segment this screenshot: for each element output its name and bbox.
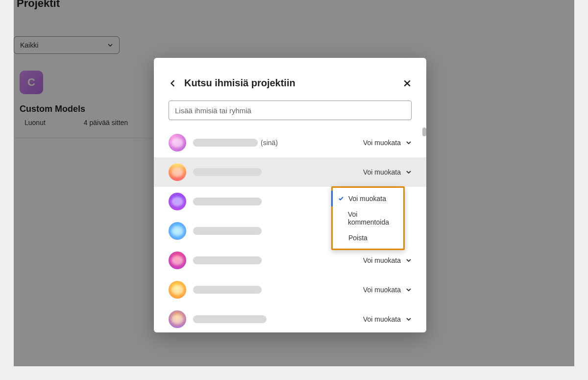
role-label: Voi muokata: [363, 286, 401, 294]
dropdown-item[interactable]: Poista: [333, 230, 403, 246]
person-name: [193, 315, 356, 323]
role-select[interactable]: Voi muokata: [363, 315, 412, 323]
name-redacted: [193, 256, 262, 264]
dropdown-item-label: Poista: [348, 234, 368, 242]
name-redacted: [193, 286, 262, 294]
name-redacted: [193, 139, 258, 147]
add-people-input[interactable]: Lisää ihmisiä tai ryhmiä: [169, 101, 412, 120]
name-redacted: [193, 227, 262, 235]
chevron-down-icon: [406, 287, 412, 293]
you-suffix: (sinä): [261, 139, 278, 147]
close-button[interactable]: [403, 79, 412, 88]
person-row: Voi muokata: [154, 157, 426, 187]
person-row: (sinä)Voi muokata: [154, 128, 426, 157]
avatar: [169, 222, 186, 240]
scrollbar-thumb[interactable]: [422, 127, 426, 136]
avatar: [169, 134, 186, 152]
back-button[interactable]: [169, 79, 177, 88]
role-label: Voi muokata: [363, 139, 401, 147]
name-redacted: [193, 168, 262, 176]
avatar: [169, 310, 186, 328]
role-select[interactable]: Voi muokata: [363, 256, 412, 264]
modal-title: Kutsu ihmisiä projektiin: [184, 77, 396, 89]
avatar: [169, 163, 186, 181]
dropdown-item-label: Voi muokata: [348, 195, 386, 203]
person-row: Voi muokata: [154, 304, 426, 332]
role-select[interactable]: Voi muokata: [363, 139, 412, 147]
role-dropdown-menu: Voi muokataVoi kommentoidaPoista: [331, 186, 405, 250]
avatar: [169, 193, 186, 210]
check-icon: [338, 195, 344, 202]
person-name: [193, 256, 356, 264]
search-placeholder: Lisää ihmisiä tai ryhmiä: [175, 106, 251, 115]
person-name: [193, 168, 356, 176]
person-row: Voi muokata: [154, 275, 426, 304]
avatar: [169, 252, 186, 269]
dropdown-item-label: Voi kommentoida: [348, 210, 396, 226]
name-redacted: [193, 198, 262, 205]
dropdown-item[interactable]: Voi kommentoida: [333, 206, 403, 230]
chevron-down-icon: [406, 169, 412, 175]
chevron-down-icon: [406, 316, 412, 322]
name-redacted: [193, 315, 267, 323]
role-label: Voi muokata: [363, 256, 401, 264]
role-select[interactable]: Voi muokata: [363, 286, 412, 294]
person-row: Voi muokata: [154, 246, 426, 275]
person-name: [193, 286, 356, 294]
avatar: [169, 281, 186, 299]
person-name: (sinä): [193, 139, 356, 147]
chevron-down-icon: [406, 140, 412, 146]
dropdown-item[interactable]: Voi muokata: [331, 191, 403, 206]
role-label: Voi muokata: [363, 168, 401, 176]
role-label: Voi muokata: [363, 315, 401, 323]
role-select[interactable]: Voi muokata: [363, 168, 412, 176]
chevron-down-icon: [406, 257, 412, 263]
